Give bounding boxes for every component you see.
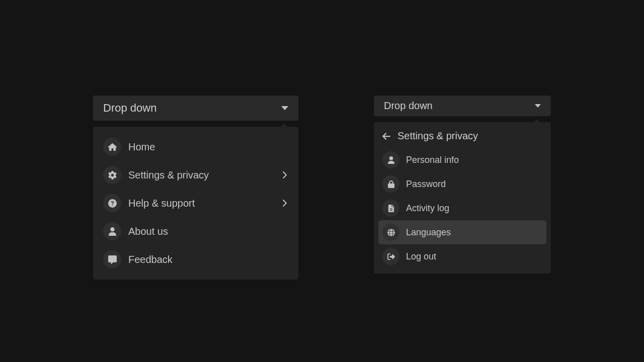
gear-icon <box>103 166 121 184</box>
chevron-right-icon <box>280 199 288 207</box>
menu-item-label: Languages <box>406 227 542 238</box>
menu-item-label: Personal info <box>406 155 542 165</box>
menu-item-about[interactable]: About us <box>98 217 293 245</box>
caret-down-icon <box>281 106 288 110</box>
logout-icon <box>382 248 399 265</box>
menu-item-activity-log[interactable]: Activity log <box>378 196 546 220</box>
caret-down-icon <box>535 104 541 108</box>
question-icon <box>103 194 121 212</box>
back-button[interactable] <box>381 131 391 141</box>
dropdown-trigger-label: Drop down <box>384 100 433 112</box>
dropdown-submenu: Drop down Settings & privacy Personal in… <box>374 96 551 274</box>
user-icon <box>103 222 121 240</box>
dropdown-main: Drop down Home Settings & privacy Help &… <box>93 96 298 280</box>
submenu-header: Settings & privacy <box>378 127 546 148</box>
dropdown-menu: Settings & privacy Personal info Passwor… <box>374 122 551 274</box>
menu-item-settings[interactable]: Settings & privacy <box>98 161 293 189</box>
menu-item-label: Password <box>406 179 542 190</box>
submenu-title: Settings & privacy <box>397 130 478 142</box>
menu-item-label: Help & support <box>128 198 273 209</box>
dropdown-trigger[interactable]: Drop down <box>374 96 551 116</box>
user-icon <box>382 151 399 168</box>
menu-item-home[interactable]: Home <box>98 133 293 161</box>
menu-item-logout[interactable]: Log out <box>378 244 546 268</box>
menu-item-label: Home <box>128 141 288 153</box>
menu-item-password[interactable]: Password <box>378 172 546 196</box>
dropdown-trigger[interactable]: Drop down <box>93 96 298 121</box>
dropdown-trigger-label: Drop down <box>103 102 156 115</box>
menu-item-help[interactable]: Help & support <box>98 189 293 217</box>
menu-item-feedback[interactable]: Feedback <box>98 245 293 274</box>
menu-item-label: Feedback <box>128 254 288 265</box>
globe-icon <box>382 224 399 241</box>
menu-item-label: Settings & privacy <box>128 169 273 181</box>
menu-item-label: Log out <box>406 251 542 262</box>
menu-item-languages[interactable]: Languages <box>378 220 546 244</box>
arrow-left-icon <box>382 132 391 141</box>
menu-item-personal-info[interactable]: Personal info <box>378 148 546 172</box>
dropdown-menu: Home Settings & privacy Help & support A… <box>93 127 298 280</box>
comment-icon <box>103 250 121 268</box>
chevron-right-icon <box>280 171 288 179</box>
lock-icon <box>382 175 399 193</box>
file-icon <box>382 200 399 217</box>
menu-item-label: About us <box>128 226 288 237</box>
menu-item-label: Activity log <box>406 203 542 214</box>
home-icon <box>103 138 121 156</box>
